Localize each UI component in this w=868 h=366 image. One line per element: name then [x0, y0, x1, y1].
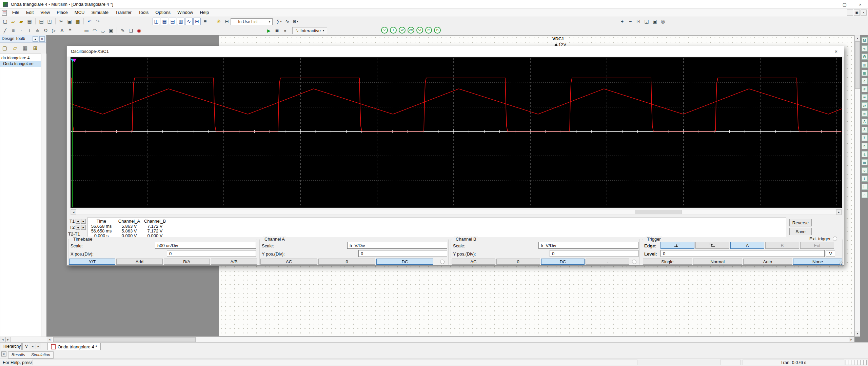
place-bus-icon[interactable]: ≡ — [9, 27, 17, 34]
zoom-selection-icon[interactable]: ◎ — [659, 18, 667, 25]
falling-edge-button[interactable] — [695, 242, 729, 249]
mode-button-b-a[interactable]: B/A — [164, 259, 210, 265]
word-generator-icon[interactable]: ≋ — [862, 94, 868, 100]
scroll-right-icon[interactable]: ► — [5, 337, 11, 342]
cut-icon[interactable]: ✂ — [58, 18, 65, 25]
design-tree-item[interactable]: da triangolare 4 — [0, 55, 41, 61]
wattmeter-icon[interactable]: W — [862, 54, 868, 60]
menu-simulate[interactable]: Simulate — [88, 9, 112, 17]
draw-rectangle-icon[interactable]: ▭ — [83, 27, 90, 34]
mode-button-ac[interactable]: AC — [452, 259, 495, 265]
database-manager-icon[interactable]: ⊟ — [223, 18, 231, 25]
mode-button-a-b[interactable]: A/B — [211, 259, 257, 265]
zoom-page-icon[interactable]: ◱ — [643, 18, 650, 25]
menu-edit[interactable]: Edit — [23, 9, 37, 17]
resize-grip[interactable] — [839, 261, 843, 265]
close-icon[interactable]: × — [828, 46, 844, 57]
tab-visibility[interactable]: V — [22, 343, 29, 350]
scroll-down-icon[interactable]: ▼ — [855, 331, 860, 336]
trigger-source-b-button[interactable]: B — [765, 242, 799, 249]
description-box-icon[interactable]: ❏ — [127, 27, 135, 34]
menu-transfer[interactable]: Transfer — [112, 9, 135, 17]
new-file-icon[interactable]: ▢ — [1, 18, 9, 25]
tab-simulation[interactable]: Simulation — [28, 351, 54, 359]
scroll-right-icon[interactable]: ► — [849, 337, 854, 342]
mode-button-dc[interactable]: DC — [541, 259, 585, 265]
timebase-xpos-input[interactable]: 0 — [167, 250, 256, 257]
tab-document[interactable]: Onda triangolare 4 * — [47, 343, 101, 350]
scroll-left-icon[interactable]: ◄ — [0, 337, 5, 342]
place-picture-icon[interactable]: ▣ — [107, 27, 115, 34]
menu-options[interactable]: Options — [152, 9, 174, 17]
draw-ellipse-icon[interactable]: ◠ — [91, 27, 98, 34]
design-sheets-icon[interactable]: ⊞ — [31, 44, 39, 52]
pin-panel-button[interactable]: ▴ — [33, 36, 38, 42]
scroll-left-icon[interactable]: ◄ — [47, 337, 52, 342]
channel-a-ypos-input[interactable]: 0 — [358, 250, 447, 257]
multimeter-icon[interactable]: M — [862, 37, 868, 43]
place-ground-icon[interactable]: ⊥ — [26, 27, 33, 34]
canvas-horizontal-scrollbar[interactable]: ◄ ► — [46, 337, 854, 342]
copy-icon[interactable]: ▣ — [66, 18, 73, 25]
agilent-function-generator-icon[interactable]: a — [862, 151, 868, 157]
oscilloscope-display[interactable] — [71, 57, 842, 208]
menu-file[interactable]: File — [9, 9, 23, 17]
iv-analyzer-icon[interactable]: Λ — [862, 119, 868, 125]
trigger-source-ext-button[interactable]: Ext — [800, 242, 834, 249]
in-use-list-combobox[interactable]: --- In-Use List --- ▾ — [231, 18, 273, 25]
design-tree-item[interactable]: Onda triangolare — [0, 61, 41, 67]
reference-probe-icon[interactable]: R — [425, 27, 432, 34]
trigger-level-input[interactable]: 0 — [660, 250, 825, 257]
differential-probe-icon[interactable]: VD — [408, 27, 414, 34]
mdi-restore-icon[interactable]: ▣ — [854, 9, 860, 16]
new-schematic-icon[interactable]: ▢ — [1, 44, 9, 52]
place-resistor-icon[interactable]: Ω — [42, 27, 50, 34]
mode-button-none[interactable]: None — [793, 259, 842, 265]
scrollbar-thumb[interactable] — [635, 210, 682, 214]
place-comment-icon[interactable]: ❝ — [66, 27, 74, 34]
design-tree-vertical-scrollbar[interactable] — [41, 54, 46, 338]
postprocessor-icon[interactable]: ∿ — [283, 18, 291, 25]
place-diode-icon[interactable]: ▷ — [50, 27, 58, 34]
mode-button--[interactable]: - — [586, 259, 629, 265]
mode-button-auto[interactable]: Auto — [743, 259, 792, 265]
timebase-scale-input[interactable]: 500 us/Div — [155, 242, 256, 249]
function-generator-icon[interactable]: ∿ — [862, 45, 868, 52]
toggle-border-icon[interactable]: ▤ — [169, 18, 176, 25]
graph-analyses-icon[interactable]: ∑▾ — [275, 18, 283, 25]
toggle-breadboard-icon[interactable]: ◫ — [153, 18, 160, 25]
mode-button-dc[interactable]: DC — [376, 259, 433, 265]
open-sample-icon[interactable]: ▰ — [18, 18, 25, 25]
logic-analyzer-icon[interactable]: ≣ — [862, 110, 868, 117]
create-component-icon[interactable]: ✳ — [215, 18, 222, 25]
voltage-current-probe-icon[interactable]: VI — [416, 27, 423, 34]
current-clamp-icon[interactable]: ◌ — [862, 192, 868, 198]
menu-view[interactable]: View — [37, 9, 53, 17]
place-text-icon[interactable]: A — [58, 27, 66, 34]
paste-icon[interactable]: ▩ — [74, 18, 81, 25]
spreadsheet-view-icon[interactable]: ⊞ — [193, 18, 201, 25]
menu-help[interactable]: Help — [196, 9, 212, 17]
breakpoint-icon[interactable]: ◉ — [135, 27, 143, 34]
agilent-oscilloscope-icon[interactable]: o — [862, 167, 868, 174]
scrollbar-thumb[interactable] — [855, 41, 860, 89]
save-icon[interactable]: ▦ — [26, 18, 33, 25]
mode-button-single[interactable]: Single — [643, 259, 692, 265]
distortion-analyzer-icon[interactable]: δ — [862, 127, 868, 133]
place-junction-icon[interactable]: · — [18, 27, 25, 34]
mode-button-add[interactable]: Add — [116, 259, 162, 265]
design-tree-horizontal-scrollbar[interactable]: ◄ ► — [0, 337, 46, 342]
canvas-vertical-scrollbar[interactable]: ▲ ▼ — [854, 35, 860, 337]
oscilloscope-icon[interactable]: ◫ — [862, 62, 868, 68]
cursor-left-arrow-button[interactable]: ◄ — [76, 219, 80, 224]
close-icon[interactable]: × — [1, 351, 6, 357]
interactive-analysis-button[interactable]: ∿ Interactive ▾ — [292, 27, 327, 34]
redo-icon[interactable]: ↷ — [94, 18, 101, 25]
toggle-grid-icon[interactable]: ▦ — [161, 18, 168, 25]
draw-arc-icon[interactable]: ◡ — [99, 27, 106, 34]
trigger-source-a-button[interactable]: A — [730, 242, 764, 249]
maximize-window-icon[interactable]: ▢ — [837, 0, 852, 9]
print-icon[interactable]: ▤ — [38, 18, 45, 25]
zoom-full-icon[interactable]: ▣ — [651, 18, 658, 25]
mode-button-normal[interactable]: Normal — [693, 259, 742, 265]
